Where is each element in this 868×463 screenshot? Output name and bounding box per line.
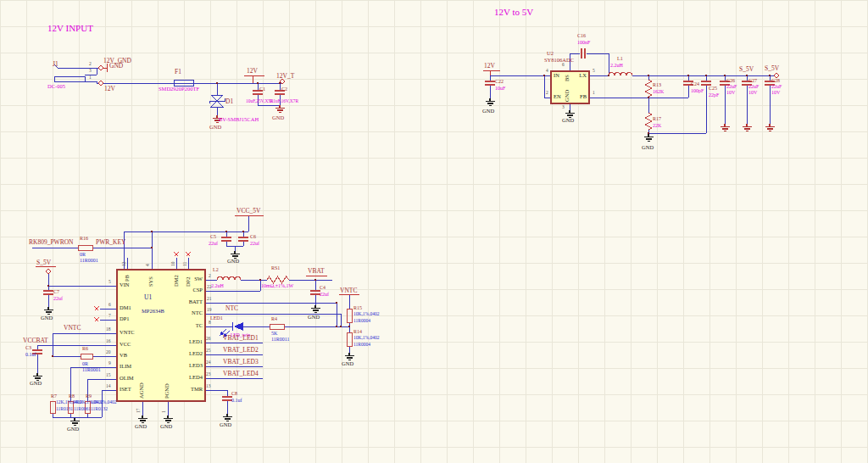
net-label-pwr-key[interactable]: PWR_KEY: [96, 239, 125, 246]
designator-r9[interactable]: R9: [86, 393, 92, 399]
designator-c1[interactable]: C1: [259, 86, 265, 92]
port-12v-t[interactable]: 12V_T: [276, 73, 294, 80]
inductor-l1[interactable]: [609, 73, 632, 76]
gnd-symbol[interactable]: [311, 305, 320, 313]
value-l1[interactable]: 2.2uH: [610, 63, 623, 68]
designator-d1[interactable]: D1: [225, 98, 233, 105]
designator-c24[interactable]: C24: [691, 81, 699, 86]
gnd-symbol[interactable]: [644, 134, 654, 142]
designator-c6[interactable]: C6: [250, 234, 256, 239]
value-r6[interactable]: 0R: [82, 361, 88, 366]
value-c6[interactable]: 22uf: [250, 241, 259, 246]
value-r16[interactable]: 0R: [80, 252, 86, 257]
value-r13[interactable]: 162K: [653, 89, 664, 94]
tvs-diode-d1[interactable]: [209, 95, 225, 107]
value-c25[interactable]: 22pF: [709, 92, 719, 98]
value-f1[interactable]: SMD2920P200TF: [159, 86, 199, 92]
inductor-l2[interactable]: [217, 277, 241, 280]
designator-c25[interactable]: C25: [709, 86, 717, 91]
designator-r15[interactable]: R15: [353, 305, 362, 310]
designator-r8[interactable]: R8: [69, 393, 75, 399]
designator-l1[interactable]: L1: [617, 56, 623, 61]
gnd-symbol[interactable]: [275, 105, 285, 113]
designator-rs1[interactable]: RS1: [271, 265, 280, 271]
port-12v[interactable]: 12V: [247, 68, 258, 75]
net-label-vntc[interactable]: VNTC: [64, 325, 81, 332]
value-c28[interactable]: 22uF: [771, 84, 782, 89]
gnd-symbol[interactable]: [345, 353, 354, 360]
gnd-symbol[interactable]: [743, 124, 752, 131]
value-c8[interactable]: 0.1uf: [231, 398, 242, 403]
value-r15[interactable]: 10K,1%,0402: [353, 312, 380, 317]
value-r17[interactable]: 22K: [653, 123, 661, 128]
designator-c4[interactable]: C4: [320, 285, 326, 290]
designator-led1[interactable]: LED1: [210, 315, 223, 321]
value-u2[interactable]: SY8106ADC: [544, 58, 574, 64]
value-d1[interactable]: BV-SMBJ15CAH: [219, 117, 259, 123]
gnd-symbol[interactable]: [138, 416, 147, 423]
value-rs1[interactable]: 10mΩ,±1%,1W: [261, 283, 293, 288]
designator-u2[interactable]: U2: [547, 51, 554, 57]
designator-c2[interactable]: C2: [281, 86, 287, 92]
designator-c3[interactable]: C3: [25, 345, 31, 350]
section-title-12v-input[interactable]: 12V INPUT: [47, 24, 93, 33]
value-j1[interactable]: DC-005: [47, 84, 65, 90]
port-12v-b[interactable]: 12V: [484, 63, 495, 70]
designator-u1[interactable]: U1: [144, 294, 152, 301]
value-c7[interactable]: 22uf: [53, 296, 63, 301]
designator-c27[interactable]: C27: [748, 78, 757, 83]
gnd-symbol[interactable]: [223, 414, 232, 421]
net-label-vccbat[interactable]: VCCBAT: [23, 337, 48, 344]
net-label-vbat-led2[interactable]: VBAT_LED2: [223, 347, 259, 354]
port-vntc[interactable]: VNTC: [340, 287, 357, 294]
net-label-ntc[interactable]: NTC: [225, 305, 238, 312]
port-vcc5v[interactable]: VCC_5V: [236, 208, 260, 215]
gnd-symbol[interactable]: [721, 124, 730, 131]
designator-c26[interactable]: C26: [726, 78, 735, 83]
port-glyphs-b[interactable]: [483, 70, 778, 77]
designator-l2[interactable]: L2: [213, 267, 219, 272]
power-port-gnd[interactable]: GND: [109, 63, 123, 70]
value-r4[interactable]: 5K: [271, 331, 277, 336]
designator-r17[interactable]: R17: [653, 116, 661, 121]
connector-j1[interactable]: [54, 76, 85, 81]
designator-c28[interactable]: C28: [771, 78, 780, 83]
net-label-12v[interactable]: 12V: [104, 86, 115, 92]
designator-r14[interactable]: R14: [353, 329, 362, 334]
value-c3[interactable]: 0.1uf: [25, 352, 36, 357]
schematic-sheet[interactable]: 12V INPUT J1 DC-005 2 3 1 12V_GND GND 12…: [0, 0, 868, 463]
designator-c16[interactable]: C16: [577, 33, 586, 38]
designator-j1[interactable]: J1: [53, 61, 58, 68]
value-r9[interactable]: 10K,1%,0402: [91, 400, 117, 405]
value-c16[interactable]: 100nF: [577, 40, 590, 45]
net-label-vbat-led1[interactable]: VBAT_LED1: [223, 335, 259, 342]
gnd-symbol[interactable]: [70, 418, 80, 426]
net-label-rk809-pwron[interactable]: RK809_PWRON: [29, 239, 74, 246]
value-l2[interactable]: 2.2uH: [211, 283, 224, 288]
net-label-vbat-led4[interactable]: VBAT_LED4: [223, 371, 259, 377]
designator-r13[interactable]: R13: [653, 82, 661, 87]
value-r14[interactable]: 10K,1%,0402: [353, 336, 380, 341]
designator-r7[interactable]: R7: [51, 393, 57, 399]
gnd-symbol[interactable]: [164, 416, 173, 423]
port-vbat[interactable]: VBAT: [308, 268, 325, 275]
gnd-symbol[interactable]: [765, 124, 775, 131]
net-label-vbat-led3[interactable]: VBAT_LED3: [223, 359, 259, 365]
net-label-s5v[interactable]: S_5V: [739, 66, 754, 73]
value-c27[interactable]: 22uF: [748, 84, 759, 89]
value-c26[interactable]: 22uF: [726, 84, 737, 89]
designator-r4[interactable]: R4: [271, 316, 277, 321]
port-s5v[interactable]: S_5V: [765, 65, 779, 72]
value-u1[interactable]: MP2634B: [142, 309, 164, 315]
gnd-symbol[interactable]: [486, 98, 495, 106]
value-c2[interactable]: 0.1uF,16V,X7R: [270, 99, 298, 104]
value-c5[interactable]: 22uf: [209, 241, 218, 246]
port-s5v-c[interactable]: S_5V: [36, 259, 51, 266]
designator-r16[interactable]: R16: [80, 236, 88, 241]
value-c4[interactable]: 22uf: [320, 292, 329, 297]
value-c22[interactable]: 10uF: [495, 86, 505, 91]
designator-r6[interactable]: R6: [82, 346, 88, 351]
value-c24[interactable]: 100pF: [691, 88, 704, 93]
gnd-symbol[interactable]: [44, 307, 53, 315]
section-title-12v-to-5v[interactable]: 12V to 5V: [494, 8, 533, 17]
